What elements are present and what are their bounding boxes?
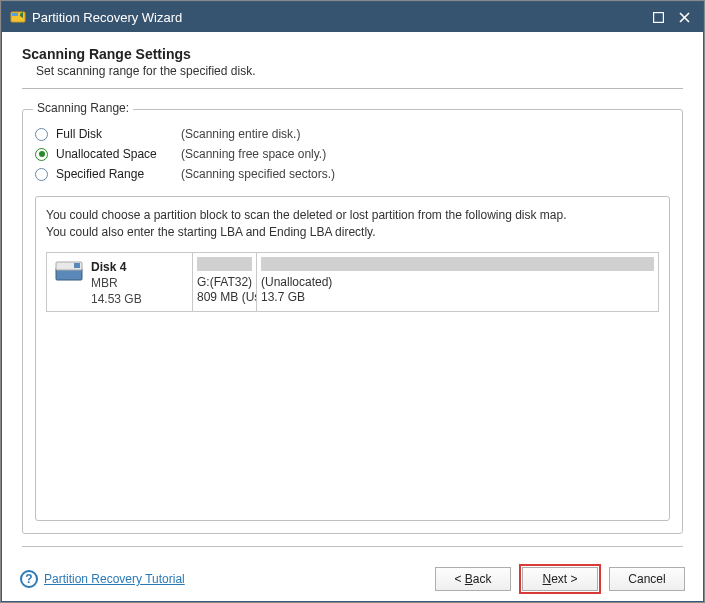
info-text: You could choose a partition block to sc… bbox=[46, 207, 659, 242]
next-button[interactable]: Next > bbox=[522, 567, 598, 591]
radio-label: Unallocated Space bbox=[56, 147, 181, 161]
disk-size: 14.53 GB bbox=[91, 291, 142, 307]
app-icon bbox=[10, 9, 26, 25]
page-subheading: Set scanning range for the specified dis… bbox=[36, 64, 683, 78]
radio-full-disk[interactable]: Full Disk (Scanning entire disk.) bbox=[35, 127, 670, 141]
maximize-button[interactable] bbox=[651, 10, 665, 24]
close-button[interactable] bbox=[677, 10, 691, 24]
window-title: Partition Recovery Wizard bbox=[32, 10, 651, 25]
help-icon: ? bbox=[20, 570, 38, 588]
partition-size: 13.7 GB bbox=[261, 290, 654, 306]
cancel-button[interactable]: Cancel bbox=[609, 567, 685, 591]
page-heading: Scanning Range Settings bbox=[22, 46, 683, 62]
partition-block[interactable]: (Unallocated) 13.7 GB bbox=[257, 253, 658, 311]
radio-label: Specified Range bbox=[56, 167, 181, 181]
radio-unallocated-space[interactable]: Unallocated Space (Scanning free space o… bbox=[35, 147, 670, 161]
disk-type: MBR bbox=[91, 275, 142, 291]
back-button[interactable]: < Back bbox=[435, 567, 511, 591]
svg-rect-5 bbox=[74, 263, 80, 268]
footer: ? Partition Recovery Tutorial < Back Nex… bbox=[2, 557, 703, 601]
wizard-window: Partition Recovery Wizard Scanning Range… bbox=[1, 1, 704, 602]
partition-bar bbox=[197, 257, 252, 271]
radio-specified-range[interactable]: Specified Range (Scanning specified sect… bbox=[35, 167, 670, 181]
radio-desc: (Scanning entire disk.) bbox=[181, 127, 300, 141]
partition-block[interactable]: G:(FAT32) 809 MB (Used bbox=[193, 253, 257, 311]
disk-info: Disk 4 MBR 14.53 GB bbox=[47, 253, 193, 311]
fieldset-legend: Scanning Range: bbox=[33, 101, 133, 115]
radio-desc: (Scanning specified sectors.) bbox=[181, 167, 335, 181]
header-divider bbox=[22, 88, 683, 89]
next-button-highlight: Next > bbox=[519, 564, 601, 594]
partition-label: G:(FAT32) bbox=[197, 275, 252, 291]
help-section: ? Partition Recovery Tutorial bbox=[20, 570, 185, 588]
partition-label: (Unallocated) bbox=[261, 275, 654, 291]
radio-icon bbox=[35, 168, 48, 181]
help-link[interactable]: Partition Recovery Tutorial bbox=[44, 572, 185, 586]
svg-rect-2 bbox=[653, 12, 663, 22]
disk-icon bbox=[55, 261, 83, 286]
svg-rect-1 bbox=[12, 13, 18, 16]
disk-map: Disk 4 MBR 14.53 GB G:(FAT32) 809 MB (Us… bbox=[46, 252, 659, 312]
radio-icon bbox=[35, 128, 48, 141]
titlebar: Partition Recovery Wizard bbox=[2, 2, 703, 32]
content-area: Scanning Range Settings Set scanning ran… bbox=[2, 32, 703, 557]
disk-name: Disk 4 bbox=[91, 259, 142, 275]
radio-desc: (Scanning free space only.) bbox=[181, 147, 326, 161]
footer-divider bbox=[22, 546, 683, 547]
partition-bar bbox=[261, 257, 654, 271]
radio-icon bbox=[35, 148, 48, 161]
radio-label: Full Disk bbox=[56, 127, 181, 141]
scanning-range-fieldset: Scanning Range: Full Disk (Scanning enti… bbox=[22, 109, 683, 534]
partition-size: 809 MB (Used bbox=[197, 290, 252, 306]
disk-map-box: You could choose a partition block to sc… bbox=[35, 196, 670, 521]
